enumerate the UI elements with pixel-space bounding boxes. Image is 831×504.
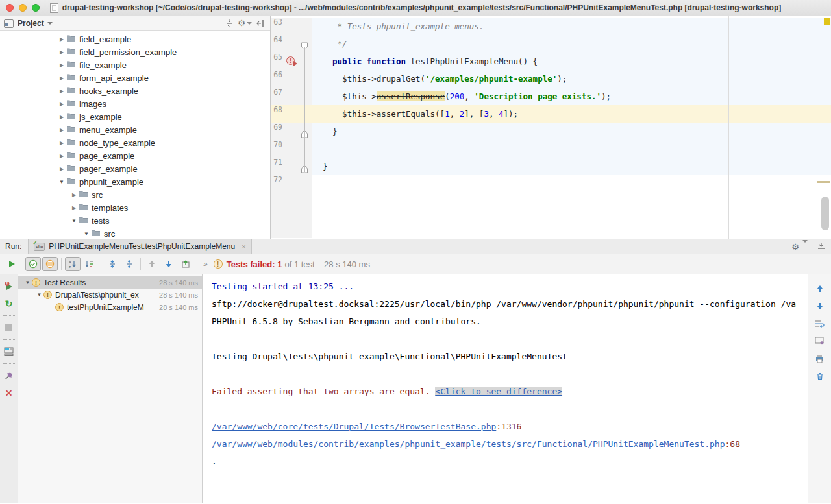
line-number[interactable]: 72 <box>271 175 285 193</box>
code-line-69[interactable]: 69 } <box>271 123 831 140</box>
code-line-68[interactable]: 68 $this->assertEquals([1, 2], [3, 4]); <box>271 105 831 123</box>
test-tree-row[interactable]: ▼!Drupal\Tests\phpunit_ex28 s 140 ms <box>18 289 202 301</box>
run-panel-settings-gear-icon[interactable]: ⚙ <box>791 242 808 252</box>
run-configuration-tab[interactable]: php✓ PHPUnitExampleMenuTest.testPhpUnitE… <box>28 239 251 254</box>
tree-item-field_permission_example[interactable]: ▶field_permission_example <box>0 45 270 58</box>
chevron-collapsed-icon[interactable]: ▶ <box>57 114 66 120</box>
line-number[interactable]: 65 <box>271 53 285 70</box>
chevron-collapsed-icon[interactable]: ▶ <box>57 127 66 133</box>
rerun-failed-tests-icon[interactable]: ! <box>3 280 16 293</box>
failed-test-gutter-icon[interactable]: ! <box>286 56 295 65</box>
close-tab-icon[interactable]: × <box>242 243 245 250</box>
code-text[interactable]: * Tests phpunit_example menus. <box>312 18 831 35</box>
tree-item-pager_example[interactable]: ▶pager_example <box>0 162 270 175</box>
chevron-collapsed-icon[interactable]: ▶ <box>57 36 66 42</box>
code-line-65[interactable]: 65! public function testPhpUnitExampleMe… <box>271 53 831 70</box>
pin-tab-icon[interactable] <box>3 369 16 382</box>
sort-alphabetically-icon[interactable]: az <box>65 257 81 271</box>
restore-layout-icon[interactable] <box>3 345 16 358</box>
tree-item-form_api_example[interactable]: ▶form_api_example <box>0 71 270 84</box>
code-text[interactable]: $this->drupalGet('/examples/phpunit-exam… <box>312 70 831 88</box>
tree-item-tests[interactable]: ▼tests <box>0 214 270 227</box>
previous-failed-test-icon[interactable] <box>144 257 160 271</box>
line-number[interactable]: 69 <box>271 123 285 140</box>
chevron-collapsed-icon[interactable]: ▶ <box>57 49 66 55</box>
print-icon[interactable] <box>813 352 827 365</box>
line-number[interactable]: 70 <box>271 140 285 158</box>
chevron-collapsed-icon[interactable]: ▶ <box>57 75 66 81</box>
tree-item-src[interactable]: ▼src <box>0 227 270 239</box>
chevron-expanded-icon[interactable]: ▼ <box>35 292 43 298</box>
clear-all-icon[interactable] <box>813 370 827 383</box>
code-text[interactable]: */ <box>312 35 831 53</box>
error-stripe-mark[interactable] <box>817 181 830 183</box>
test-tree-row[interactable]: ▼!Test Results28 s 140 ms <box>18 276 202 289</box>
up-stack-trace-icon[interactable] <box>813 282 827 295</box>
tree-item-field_example[interactable]: ▶field_example <box>0 32 270 45</box>
error-stripe-warning-mark[interactable] <box>824 18 830 25</box>
show-ignored-icon[interactable] <box>42 257 58 271</box>
hide-run-panel-icon[interactable] <box>817 241 826 252</box>
editor-scrollbar-thumb[interactable] <box>821 197 829 230</box>
console-link[interactable]: /var/www/web/modules/contrib/examples/ph… <box>212 439 725 449</box>
code-text[interactable]: } <box>312 123 831 140</box>
minimize-traffic-light[interactable] <box>19 4 27 12</box>
console-link[interactable]: <Click to see difference> <box>435 387 562 396</box>
code-line-67[interactable]: 67 $this->assertResponse(200, 'Descripti… <box>271 88 831 105</box>
tree-item-hooks_example[interactable]: ▶hooks_example <box>0 84 270 97</box>
locate-file-icon[interactable] <box>223 18 235 29</box>
chevron-collapsed-icon[interactable]: ▶ <box>69 192 79 198</box>
code-text[interactable]: $this->assertResponse(200, 'Description … <box>312 88 831 105</box>
show-passed-icon[interactable] <box>25 257 41 271</box>
chevron-collapsed-icon[interactable]: ▶ <box>57 153 66 159</box>
hide-panel-icon[interactable] <box>254 18 266 29</box>
code-text[interactable] <box>312 140 831 158</box>
tree-item-menu_example[interactable]: ▶menu_example <box>0 123 270 136</box>
chevron-expanded-icon[interactable]: ▼ <box>82 231 91 237</box>
chevron-collapsed-icon[interactable]: ▶ <box>57 166 66 172</box>
soft-wrap-icon[interactable] <box>813 317 827 330</box>
tree-item-file_example[interactable]: ▶file_example <box>0 58 270 71</box>
chevron-expanded-icon[interactable]: ▼ <box>69 218 79 224</box>
rerun-icon[interactable] <box>4 257 19 271</box>
code-text[interactable]: $this->assertEquals([1, 2], [3, 4]); <box>312 105 831 123</box>
tree-item-js_example[interactable]: ▶js_example <box>0 110 270 123</box>
next-failed-test-icon[interactable] <box>161 257 177 271</box>
scroll-to-end-icon[interactable] <box>813 335 827 348</box>
code-line-64[interactable]: 64 */ <box>271 35 831 53</box>
close-icon[interactable]: ✕ <box>3 387 16 400</box>
collapse-all-icon[interactable] <box>121 257 137 271</box>
code-text[interactable]: public function testPhpUnitExampleMenu()… <box>312 53 831 70</box>
chevron-collapsed-icon[interactable]: ▶ <box>57 140 66 146</box>
code-text[interactable]: } <box>312 158 831 175</box>
code-line-70[interactable]: 70 <box>271 140 831 158</box>
stop-icon[interactable] <box>3 321 16 334</box>
console-link[interactable]: /var/www/web/core/tests/Drupal/Tests/Bro… <box>212 422 496 431</box>
chevron-expanded-icon[interactable]: ▼ <box>57 179 66 185</box>
chevron-collapsed-icon[interactable]: ▶ <box>57 62 66 68</box>
expand-all-icon[interactable] <box>105 257 120 271</box>
test-tree-row[interactable]: !testPhpUnitExampleM28 s 140 ms <box>18 301 202 313</box>
line-number[interactable]: 68 <box>271 105 285 123</box>
code-line-66[interactable]: 66 $this->drupalGet('/examples/phpunit-e… <box>271 70 831 88</box>
export-test-results-icon[interactable] <box>178 257 193 271</box>
tree-item-phpunit_example[interactable]: ▼phpunit_example <box>0 175 270 188</box>
tree-item-src[interactable]: ▶src <box>0 188 270 201</box>
down-stack-trace-icon[interactable] <box>813 300 827 313</box>
line-number[interactable]: 66 <box>271 70 285 88</box>
code-text[interactable] <box>312 175 831 193</box>
code-line-63[interactable]: 63 * Tests phpunit_example menus. <box>271 18 831 35</box>
more-actions-chevrons[interactable]: » <box>203 259 207 269</box>
code-line-72[interactable]: 72 <box>271 175 831 193</box>
close-traffic-light[interactable] <box>6 4 14 12</box>
chevron-collapsed-icon[interactable]: ▶ <box>57 101 66 107</box>
line-number[interactable]: 67 <box>271 88 285 105</box>
tree-item-templates[interactable]: ▶templates <box>0 201 270 214</box>
tree-item-images[interactable]: ▶images <box>0 97 270 110</box>
sort-by-duration-icon[interactable] <box>82 257 97 271</box>
line-number[interactable]: 71 <box>271 158 285 175</box>
chevron-collapsed-icon[interactable]: ▶ <box>69 205 79 211</box>
tree-item-page_example[interactable]: ▶page_example <box>0 149 270 162</box>
test-console[interactable]: Testing started at 13:25 ...sftp://docke… <box>203 274 808 503</box>
project-panel-title[interactable]: Project <box>18 19 44 28</box>
